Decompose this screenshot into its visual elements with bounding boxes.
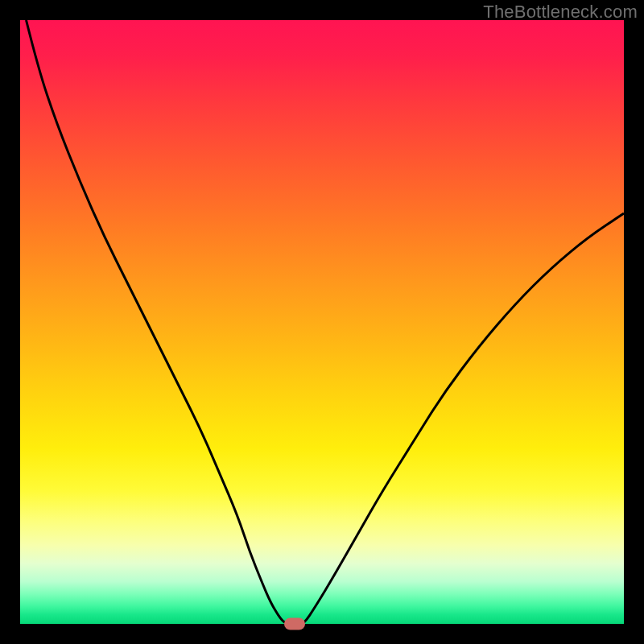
- chart-frame: [20, 20, 624, 624]
- curve-path: [27, 20, 625, 624]
- bottleneck-curve: [20, 20, 624, 624]
- optimum-marker: [284, 618, 305, 630]
